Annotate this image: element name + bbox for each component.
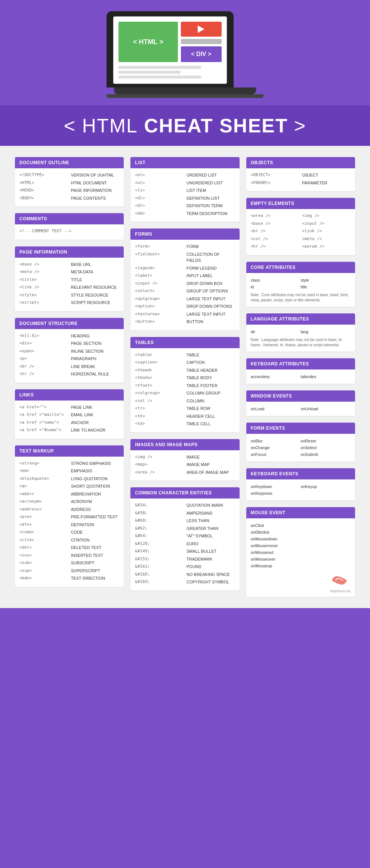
row-hr: <hr />HORIZONTAL RULE <box>19 371 119 377</box>
row-doctype: <!DOCTYPE>VERSION OF (X)HTML <box>19 172 119 178</box>
card-character-entities: COMMON CHARACTER ENTITIES &#34;QUOTATION… <box>130 487 239 591</box>
row-onkeydown-onkeyup: onKeydownonKeyup <box>251 483 351 490</box>
card-title-images: IMAGES AND IMAGE MAPS <box>130 439 239 450</box>
card-body-objects: <OBJECT>OBJECT <PARAM/>PARAMETER <box>246 168 355 191</box>
row-mailto: <a href ="mailto">EMAIL LINK <box>19 412 119 418</box>
row-onfocus-onsubmit: onFocusonSubmit <box>251 451 351 458</box>
row-comment: <!-- COMMENT TEXT --> <box>19 228 119 234</box>
laptop-illustration: < HTML > < DIV > <box>107 11 263 98</box>
row-onmouseout: onMouseout <box>251 549 351 556</box>
row-h16: <h[1-6]>HEADING <box>19 333 119 339</box>
card-title-comments: COMMENTS <box>15 213 124 224</box>
row-br: <br />LINE BREAK <box>19 364 119 370</box>
right-column: OBJECTS <OBJECT>OBJECT <PARAM/>PARAMETER… <box>246 157 355 597</box>
title-banner: < HTML CHEAT SHEET > <box>0 105 370 146</box>
card-document-outline: DOCUMENT OUTLINE <!DOCTYPE>VERSION OF (X… <box>15 157 124 206</box>
row-button: <button>BUTTON <box>135 319 235 325</box>
card-body-links: <a href="">PAGE LINK <a href ="mailto">E… <box>15 401 124 439</box>
row-acronym: <acronym>ACRONYM <box>19 499 119 505</box>
row-pound: &#163;POUND <box>135 564 235 570</box>
row-href: <a href="">PAGE LINK <box>19 404 119 411</box>
card-mouse-event: MOUSE EVENT onClick onDblclick onMousedo… <box>246 507 355 597</box>
row-copy: &#169;COPYRIGHT SYMBOL <box>135 579 235 585</box>
card-title-forms: FORMS <box>130 228 239 240</box>
row-sup: <sup>SUPERSCRIPT <box>19 568 119 574</box>
screen-line <box>118 66 201 69</box>
card-body-document-structure: <h[1-6]>HEADING <div>PAGE SECTION <span>… <box>15 329 124 383</box>
right-chevron: > <box>294 115 306 137</box>
row-amp: &#38;AMPERSAND <box>135 510 235 516</box>
row-fieldset: <fieldset>COLLECTION OF FIELDS <box>135 251 235 264</box>
row-li: <li>LIST ITEM <box>135 187 235 194</box>
row-tfoot: <tfoot>TABLE FOOTER <box>135 383 235 389</box>
card-language-attributes: LANGUAGE ATTRIBUTES dirlang Note : Langu… <box>246 313 355 352</box>
card-body-document-outline: <!DOCTYPE>VERSION OF (X)HTML <HTML>HTML … <box>15 168 124 206</box>
row-pre: <pre>PRE-FORMATTED TEXT <box>19 514 119 520</box>
row-base-input: <base /><input /> <box>251 221 351 227</box>
row-onkeypress: onKeypress <box>251 490 351 497</box>
card-forms: FORMS <form>FORM <fieldset>COLLECTION OF… <box>130 228 239 330</box>
card-title-language-attributes: LANGUAGE ATTRIBUTES <box>246 313 355 325</box>
row-title: <title>TITLE <box>19 277 119 283</box>
watermark-icon <box>328 573 351 588</box>
row-onload-onunload: onLoadonUnload <box>251 405 351 412</box>
left-column: DOCUMENT OUTLINE <!DOCTYPE>VERSION OF (X… <box>15 157 124 587</box>
row-onchange-onselect: onChangeonSelect <box>251 444 351 451</box>
screen-line <box>118 71 181 74</box>
row-ins: <ins>INSERTED TEXT <box>19 552 119 559</box>
language-attributes-note: Note : Language attributes may not be us… <box>251 337 351 348</box>
card-objects: OBJECTS <OBJECT>OBJECT <PARAM/>PARAMETER <box>246 157 355 191</box>
row-thead: <thead>TABLE HEADER <box>135 367 235 374</box>
card-body-comments: <!-- COMMENT TEXT --> <box>15 224 124 240</box>
play-icon <box>198 25 204 33</box>
row-ondblclick: onDblclick <box>251 529 351 536</box>
card-title-document-outline: DOCUMENT OUTLINE <box>15 157 124 168</box>
row-lt: &#60;LESS THAN <box>135 518 235 524</box>
row-div: <div>PAGE SECTION <box>19 340 119 347</box>
row-option: <option>DROP DOWN OPTIONS <box>135 303 235 310</box>
row-area-img: <area /><img /> <box>251 213 351 219</box>
card-body-tables: <table>TABLE <caption>CAPTION <thead>TAB… <box>130 348 239 432</box>
row-body: <BODY>PAGE CONTENTS <box>19 195 119 202</box>
card-body-images: <img />IMAGE <map>IMAGE MAP <area />AREA… <box>130 450 239 481</box>
row-object: <OBJECT>OBJECT <box>251 172 351 178</box>
row-dir-lang: dirlang <box>251 328 351 335</box>
row-onmouseup: onMouseup <box>251 562 351 569</box>
row-caption: <caption>CAPTION <box>135 359 235 366</box>
row-area: <area />AREA OF IMAGE MAP <box>135 469 235 476</box>
card-title-objects: OBJECTS <box>246 157 355 168</box>
row-html: <HTML>HTML DOCUMENT <box>19 180 119 186</box>
row-address: <address>ADDRESS <box>19 506 119 513</box>
screen-line <box>118 76 201 79</box>
card-body-keyboard-attributes: accesskeytabindex <box>246 369 355 384</box>
row-dt: <dt>DEFINITION TERM <box>135 203 235 209</box>
card-title-text-markup: TEXT MARKUP <box>15 445 124 457</box>
row-col: <col />COLUMN <box>135 398 235 404</box>
row-gt: &#62;GREATER THAN <box>135 525 235 532</box>
html-word: HTML <box>82 115 138 137</box>
row-onmousedown: onMousedown <box>251 536 351 542</box>
row-q: <q>SHORT QUOTATION <box>19 483 119 490</box>
row-select: <select>GROUP OF OPTIONS <box>135 288 235 294</box>
row-class-style: classstyle <box>251 277 351 283</box>
row-br-link: <br /><link /> <box>251 228 351 234</box>
card-body-list: <ol>ORDERED LIST <ul>UNORDERED LIST <li>… <box>130 168 239 222</box>
row-onmouseover: onMouseover <box>251 556 351 562</box>
card-links: LINKS <a href="">PAGE LINK <a href ="mai… <box>15 389 124 439</box>
card-body-text-markup: <strong>STRONG EMPHASIS <em>EMPHASIS <bl… <box>15 457 124 587</box>
hero-section: < HTML > < DIV > <box>0 0 370 98</box>
row-colgroup: <colgroup>COLUMN GROUP <box>135 390 235 396</box>
row-anchor: <a href ="name">ANCHOR <box>19 420 119 426</box>
row-code: <code>CODE <box>19 529 119 536</box>
row-dl: <dl>DEFINITION LIST <box>135 195 235 202</box>
card-body-language-attributes: dirlang Note : Language attributes may n… <box>246 325 355 352</box>
row-p: <p>PARAGRAPH <box>19 356 119 362</box>
row-quot: &#34;QUOTATION MARK <box>135 502 235 509</box>
main-content: DOCUMENT OUTLINE <!DOCTYPE>VERSION OF (X… <box>0 146 370 608</box>
cheat-sheet-word: CHEAT SHEET <box>144 115 288 137</box>
row-form: <form>FORM <box>135 243 235 250</box>
row-tbody: <tbody>TABLE BODY <box>135 375 235 381</box>
card-title-core-attributes: CORE ATTRIBUTES <box>246 262 355 273</box>
mid-column: LIST <ol>ORDERED LIST <ul>UNORDERED LIST… <box>130 157 239 591</box>
card-body-forms: <form>FORM <fieldset>COLLECTION OF FIELD… <box>130 240 239 330</box>
